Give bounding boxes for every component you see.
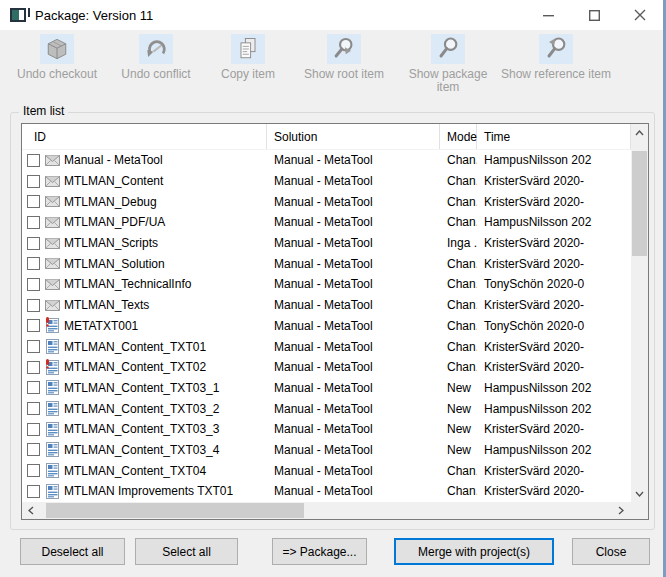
toolbar-button-undo-checkout[interactable]: Undo checkout: [6, 34, 108, 81]
maximize-button[interactable]: [571, 0, 617, 30]
item-time: KristerSvärd 2020-: [477, 360, 631, 374]
table-row[interactable]: MTLMAN_Content_TXT01 Manual - MetaTool C…: [22, 336, 631, 357]
item-time: HampusNilsson 202: [477, 215, 631, 229]
item-type-icon: [44, 214, 61, 231]
table-row[interactable]: MTLMAN_Debug Manual - MetaTool Chan... K…: [22, 191, 631, 212]
horizontal-scrollbar[interactable]: [22, 502, 648, 519]
table-row[interactable]: MTLMAN_Content Manual - MetaTool Chan...…: [22, 171, 631, 192]
dialog-window: Package: Version 11: [0, 0, 666, 577]
table-row[interactable]: MTLMAN Improvements TXT01 Manual - MetaT…: [22, 481, 631, 502]
item-time: KristerSvärd 2020-: [477, 422, 631, 436]
row-checkbox[interactable]: [27, 361, 40, 374]
item-solution: Manual - MetaTool: [267, 277, 440, 291]
scroll-left-icon[interactable]: [22, 502, 39, 519]
toolbar-button-undo-conflict[interactable]: Undo conflict: [108, 34, 204, 81]
column-header-id[interactable]: ID: [22, 124, 267, 149]
item-type-icon: [44, 359, 61, 376]
column-header-mode[interactable]: Mode: [440, 124, 477, 149]
vertical-scrollbar[interactable]: [631, 124, 648, 502]
mail-item-icon: [44, 235, 61, 252]
mail-item-icon: [44, 152, 61, 169]
item-mode: Chan...: [440, 277, 477, 291]
row-checkbox[interactable]: [27, 485, 40, 498]
item-mode: New: [440, 381, 477, 395]
toolbar-button-copy-item[interactable]: Copy item: [204, 34, 292, 81]
item-type-icon: [44, 379, 61, 396]
table-row[interactable]: METATXT001 Manual - MetaTool Chan... Ton…: [22, 316, 631, 337]
row-checkbox[interactable]: [27, 381, 40, 394]
item-mode: Chan...: [440, 257, 477, 271]
item-solution: Manual - MetaTool: [267, 236, 440, 250]
item-id: MTLMAN_Content: [64, 174, 163, 188]
row-checkbox[interactable]: [27, 340, 40, 353]
package-button[interactable]: => Package...: [272, 538, 367, 565]
maximize-icon: [589, 10, 600, 21]
column-header-time[interactable]: Time: [477, 124, 631, 149]
window-title: Package: Version 11: [35, 8, 153, 23]
table-row[interactable]: MTLMAN_Content_TXT04 Manual - MetaTool C…: [22, 460, 631, 481]
checked-out-flag-icon: [44, 317, 51, 327]
item-id: Manual - MetaTool: [64, 153, 163, 167]
table-row[interactable]: MTLMAN_Content_TXT03_3 Manual - MetaTool…: [22, 419, 631, 440]
mail-item-icon: [44, 297, 61, 314]
item-mode: Chan...: [440, 174, 477, 188]
table-row[interactable]: MTLMAN_Solution Manual - MetaTool Chan..…: [22, 253, 631, 274]
mail-item-icon: [44, 255, 61, 272]
table-row[interactable]: MTLMAN_Content_TXT03_2 Manual - MetaTool…: [22, 398, 631, 419]
checked-out-flag-icon: [44, 359, 51, 369]
column-header-solution[interactable]: Solution: [267, 124, 440, 149]
table-row[interactable]: MTLMAN_PDF/UA Manual - MetaTool Chan... …: [22, 212, 631, 233]
table-row[interactable]: MTLMAN_Content_TXT03_1 Manual - MetaTool…: [22, 378, 631, 399]
item-list-group-label: Item list: [19, 104, 68, 118]
row-checkbox[interactable]: [27, 423, 40, 436]
table-row[interactable]: MTLMAN_TechnicalInfo Manual - MetaTool C…: [22, 274, 631, 295]
row-checkbox[interactable]: [27, 278, 40, 291]
row-checkbox[interactable]: [27, 464, 40, 477]
item-solution: Manual - MetaTool: [267, 174, 440, 188]
row-checkbox[interactable]: [27, 402, 40, 415]
select-all-button[interactable]: Select all: [135, 538, 238, 565]
item-mode: Chan...: [440, 340, 477, 354]
row-checkbox[interactable]: [27, 299, 40, 312]
text-item-icon: [44, 338, 61, 355]
minimize-button[interactable]: [525, 0, 571, 30]
item-solution: Manual - MetaTool: [267, 215, 440, 229]
row-checkbox[interactable]: [27, 237, 40, 250]
item-solution: Manual - MetaTool: [267, 402, 440, 416]
item-id: MTLMAN Improvements TXT01: [64, 484, 233, 498]
deselect-all-button[interactable]: Deselect all: [20, 538, 125, 565]
table-row[interactable]: MTLMAN_Scripts Manual - MetaTool Inga ..…: [22, 233, 631, 254]
item-type-icon: [44, 173, 61, 190]
item-mode: Chan...: [440, 464, 477, 478]
item-time: TonySchön 2020-0: [477, 277, 631, 291]
row-checkbox[interactable]: [27, 175, 40, 188]
merge-with-project-s-button[interactable]: Merge with project(s): [394, 538, 554, 565]
item-solution: Manual - MetaTool: [267, 195, 440, 209]
vertical-scroll-thumb[interactable]: [632, 151, 647, 256]
close-button[interactable]: Close: [572, 538, 650, 565]
scroll-right-icon[interactable]: [612, 502, 629, 519]
toolbar-button-show-root-item[interactable]: Show root item: [292, 34, 396, 81]
table-row[interactable]: MTLMAN_Content_TXT02 Manual - MetaTool C…: [22, 357, 631, 378]
scroll-up-icon[interactable]: [631, 124, 648, 141]
row-checkbox[interactable]: [27, 154, 40, 167]
close-button[interactable]: [617, 0, 663, 30]
item-solution: Manual - MetaTool: [267, 319, 440, 333]
table-row[interactable]: MTLMAN_Texts Manual - MetaTool Chan... K…: [22, 295, 631, 316]
horizontal-scroll-thumb[interactable]: [46, 503, 304, 518]
item-time: KristerSvärd 2020-: [477, 195, 631, 209]
scroll-down-icon[interactable]: [631, 485, 648, 502]
item-id: MTLMAN_Content_TXT02: [64, 360, 206, 374]
table-row[interactable]: MTLMAN_Content_TXT03_4 Manual - MetaTool…: [22, 440, 631, 461]
toolbar-button-show-package-item[interactable]: Show package item: [396, 34, 500, 94]
row-checkbox[interactable]: [27, 216, 40, 229]
row-checkbox[interactable]: [27, 195, 40, 208]
row-checkbox[interactable]: [27, 443, 40, 456]
row-checkbox[interactable]: [27, 257, 40, 270]
toolbar-button-label: Copy item: [221, 68, 275, 81]
toolbar-button-show-reference-item[interactable]: Show reference item: [500, 34, 612, 81]
item-type-icon: [44, 483, 61, 500]
item-id: MTLMAN_Content_TXT01: [64, 340, 206, 354]
row-checkbox[interactable]: [27, 319, 40, 332]
table-row[interactable]: Manual - MetaTool Manual - MetaTool Chan…: [22, 150, 631, 171]
